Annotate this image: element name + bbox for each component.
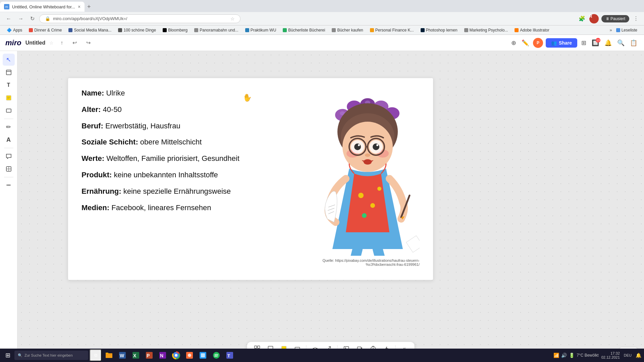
edit-button[interactable]: ✏️ — [520, 38, 530, 48]
forward-button[interactable]: → — [16, 14, 25, 23]
spotify-button[interactable] — [210, 349, 222, 361]
file-explorer-button[interactable] — [103, 349, 115, 361]
embed-tool[interactable] — [3, 163, 15, 175]
more-tools[interactable]: ••• — [3, 179, 15, 191]
persona-card[interactable]: Name: Ulrike Alter: 40-50 Beruf: Erwerbs… — [68, 78, 433, 280]
bookmarks-more[interactable]: » — [609, 27, 612, 33]
task-view-button[interactable]: ⧉ — [90, 349, 102, 361]
excel-button[interactable]: X — [130, 349, 142, 361]
svg-rect-0 — [6, 70, 11, 75]
share-export-button[interactable]: ↑ — [58, 39, 66, 47]
redo-button[interactable]: ↪ — [84, 38, 93, 47]
notes-button[interactable]: 📋 — [629, 38, 639, 48]
sticky-note-tool[interactable] — [3, 92, 15, 104]
bookmark-label: Photoshop lernen — [426, 28, 458, 33]
bookmark-bucherliste[interactable]: Bücherliste Bücherei — [280, 27, 328, 33]
notifications-button[interactable]: 🔔 — [603, 38, 613, 48]
bookmark-photoshop[interactable]: Photoshop lernen — [418, 27, 460, 33]
search-button[interactable]: 🔍 — [616, 38, 626, 48]
bookmark-social[interactable]: Social Media Mana... — [66, 27, 114, 33]
bookmark-marketing[interactable]: Marketing Psycholo... — [462, 27, 511, 33]
frames-tool[interactable] — [3, 66, 15, 78]
bookmark-label: Bücherliste Bücherei — [288, 28, 325, 33]
teams-button[interactable]: T — [224, 349, 236, 361]
bookmark-favicon — [118, 28, 122, 32]
active-tab[interactable]: m Untitled, Online Whiteboard for... × — [0, 2, 85, 12]
svg-rect-74 — [201, 353, 205, 357]
bookmark-label: Marketing Psycholo... — [470, 28, 508, 33]
bookmark-label: Panoramabahn und... — [200, 28, 238, 33]
persona-name-line: Name: Ulrike — [82, 88, 285, 99]
user-avatar[interactable]: P — [533, 38, 543, 48]
bookmark-apps[interactable]: 🔷 Apps — [4, 27, 25, 33]
back-button[interactable]: ← — [4, 14, 13, 23]
bookmark-dinner[interactable]: Dinner & Crime — [26, 27, 64, 33]
pen-tool[interactable]: ✏ — [3, 121, 15, 133]
refresh-button[interactable]: ↻ — [28, 14, 37, 23]
rectangle-tool[interactable] — [3, 105, 15, 117]
bookmark-100[interactable]: 100 schöne Dinge — [115, 27, 159, 33]
profile-button[interactable]: R — [589, 14, 599, 23]
canvas[interactable]: Name: Ulrike Alter: 40-50 Beruf: Erwerbs… — [17, 51, 644, 362]
chrome-button[interactable] — [170, 349, 182, 361]
share-icon: 👥 — [551, 40, 557, 46]
notification-center[interactable]: 🔔 — [636, 353, 641, 358]
title-star-button[interactable]: ☆ — [49, 40, 54, 46]
comment-tool[interactable] — [3, 150, 15, 162]
grid-button[interactable]: ⊞ — [580, 38, 588, 48]
app7-button[interactable] — [197, 349, 209, 361]
windows-start-button[interactable]: ⊞ — [3, 352, 13, 359]
browser-actions: 🧩 R ⏸ Pausiert ⋮ — [577, 14, 640, 23]
bookmark-label: Praktikum WU — [251, 28, 276, 33]
age-value: 40-50 — [103, 105, 122, 114]
bookmark-leseliste[interactable]: Leseliste — [613, 27, 640, 33]
select-tool-button[interactable]: ⊕ — [510, 38, 518, 48]
header-right: ⊕ ✏️ P 👥 Share ⊞ 🔲 13 🔔 🔍 📋 — [510, 38, 639, 48]
bookmark-label: Leseliste — [622, 28, 637, 33]
app6-button[interactable] — [183, 349, 196, 361]
undo-button[interactable]: ↩ — [70, 38, 79, 47]
bookmark-label: Adobe Illustrator — [520, 28, 549, 33]
product-label: Produkt: — [82, 171, 112, 179]
svg-point-31 — [365, 154, 370, 157]
text-label-tool[interactable]: A — [3, 134, 15, 146]
search-icon: 🔍 — [18, 353, 22, 358]
select-tool[interactable]: ↖ — [3, 54, 15, 66]
persona-product-line: Produkt: keine unbekannten Inhaltsstoffe — [82, 170, 285, 180]
svg-text:N: N — [160, 353, 163, 358]
toolbar-divider-2 — [4, 148, 13, 148]
source-text: Quelle: https://pixabay.com/de/illustrat… — [306, 258, 420, 266]
app: miro Untitled ☆ ↑ ↩ ↪ ⊕ ✏️ P 👥 Share ⊞ 🔲… — [0, 35, 644, 362]
address-bar[interactable]: 🔒 miro.com/app/board/uXjVOdpWMUk=/ ☆ — [39, 14, 240, 23]
word-button[interactable]: W — [116, 349, 128, 361]
pause-button[interactable]: ⏸ Pausiert — [601, 15, 629, 22]
bookmark-bucher[interactable]: Bücher kaufen — [329, 27, 366, 33]
media-value: Facebook, lineares Fernsehen — [111, 203, 211, 212]
bookmark-bloomberg[interactable]: Bloomberg — [160, 27, 190, 33]
menu-button[interactable]: ⋮ — [632, 14, 640, 23]
onenote-button[interactable]: N — [157, 349, 169, 361]
bookmark-panorama[interactable]: Panoramabahn und... — [192, 27, 241, 33]
share-button[interactable]: 👥 Share — [546, 38, 577, 48]
powerpoint-button[interactable]: P — [143, 349, 155, 361]
persona-social-line: Soziale Schicht: obere Mittelschicht — [82, 137, 285, 147]
job-value: Erwerbstätig, Hausfrau — [105, 122, 180, 130]
bookmark-favicon — [421, 28, 425, 32]
text-tool[interactable]: T — [3, 79, 15, 91]
star-icon[interactable]: ☆ — [230, 16, 235, 21]
bookmark-illustrator[interactable]: Adobe Illustrator — [512, 27, 552, 33]
taskbar-search[interactable]: 🔍 Zur Suche Text hier eingeben — [14, 351, 88, 360]
extensions-button[interactable]: 🧩 — [577, 14, 587, 23]
new-tab-button[interactable]: + — [85, 3, 94, 10]
wifi-icon: 📶 — [553, 353, 559, 358]
miro-logo[interactable]: miro — [5, 39, 21, 47]
bookmark-finance[interactable]: Personal Finance K... — [367, 27, 417, 33]
left-toolbar: ↖ T ✏ A — [0, 51, 17, 362]
volume-icon: 🔊 — [561, 353, 567, 358]
tab-close-button[interactable]: × — [78, 4, 80, 9]
apps-icon: 🔷 — [7, 28, 12, 33]
bookmark-favicon — [163, 28, 167, 32]
bookmark-favicon — [68, 28, 72, 32]
bookmark-praktikum[interactable]: Praktikum WU — [243, 27, 279, 33]
apps-button[interactable]: 🔲 13 — [590, 38, 600, 48]
